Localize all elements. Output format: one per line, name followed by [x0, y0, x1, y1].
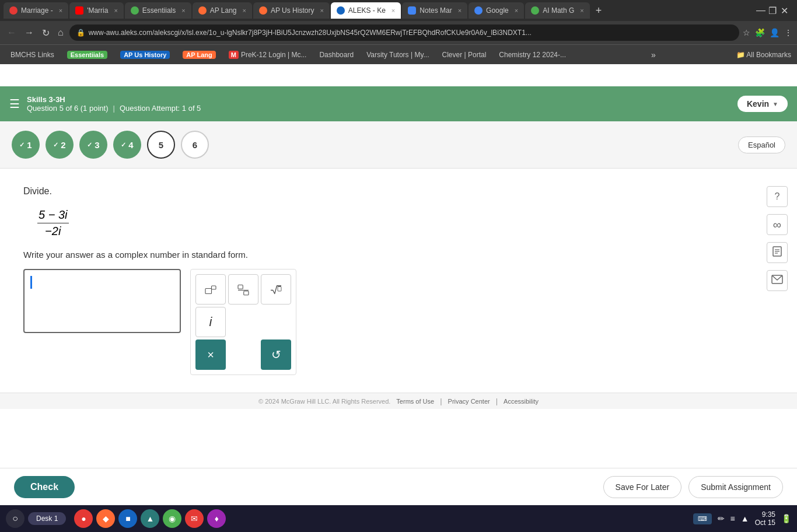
bookmark-aplang[interactable]: AP Lang: [178, 49, 220, 61]
question-3-button[interactable]: ✓ 3: [79, 131, 107, 159]
question-6-button[interactable]: 6: [181, 131, 209, 159]
tab-aimath-close[interactable]: ×: [580, 7, 583, 14]
new-tab-button[interactable]: +: [591, 5, 607, 17]
bookmark-prek[interactable]: M PreK-12 Login | Mc...: [224, 49, 312, 61]
mail-icon: [771, 275, 783, 286]
fraction-button[interactable]: [228, 274, 258, 304]
tab-essentials-icon: [131, 6, 139, 15]
taskbar-chrome-icon[interactable]: ●: [74, 509, 93, 528]
taskbar-date: Oct 15: [755, 519, 775, 527]
tab-aplang-close[interactable]: ×: [242, 7, 246, 14]
tab-apus[interactable]: AP Us History ×: [253, 2, 330, 19]
profile-icon[interactable]: 👤: [770, 28, 779, 37]
bookmark-essentials[interactable]: Essentiials: [62, 49, 112, 61]
tab-essentials-close[interactable]: ×: [181, 7, 185, 14]
taskbar-right: ⌨ ✏ ≡ ▲ 9:35 Oct 15 🔋: [693, 510, 791, 527]
reload-button[interactable]: ↻: [40, 25, 52, 41]
clear-button[interactable]: ×: [195, 340, 226, 370]
bookmark-chemistry[interactable]: Chemistry 12 2024-...: [494, 49, 571, 61]
submit-assignment-button[interactable]: Submit Assignment: [688, 476, 783, 498]
maximize-button[interactable]: ❐: [768, 5, 777, 16]
bookmark-bmchs[interactable]: BMCHS Links: [6, 49, 59, 61]
taskbar-pen-icon[interactable]: ✏: [718, 514, 725, 523]
check-button[interactable]: Check: [14, 476, 75, 498]
address-bar[interactable]: 🔒 www-awu.aleks.com/alekscgi/x/lsl.exe/1…: [69, 24, 739, 41]
espanol-button[interactable]: Español: [738, 136, 785, 153]
bookmark-star-icon[interactable]: ☆: [743, 28, 750, 37]
tab-apus-icon: [259, 6, 267, 15]
tab-google[interactable]: Google ×: [469, 2, 524, 19]
bookmarks-more-button[interactable]: »: [651, 50, 656, 60]
answer-input-box[interactable]: [23, 269, 181, 333]
user-menu-button[interactable]: Kevin ▼: [737, 96, 788, 112]
tab-aimath-icon: [531, 6, 539, 15]
home-button[interactable]: ⌂: [55, 25, 66, 40]
launcher-icon: ○: [12, 513, 18, 524]
tab-marriage[interactable]: Marriage - ×: [4, 2, 68, 19]
taskbar-app7-icon[interactable]: ♦: [207, 509, 226, 528]
problem-instruction: Divide.: [23, 186, 774, 197]
footer-privacy[interactable]: Privacy Center: [448, 398, 490, 405]
undo-button[interactable]: ↺: [261, 340, 291, 370]
tab-aleks[interactable]: ALEKS - Ke ×: [331, 2, 401, 19]
tab-aleks-close[interactable]: ×: [391, 7, 395, 14]
sqrt-button[interactable]: [261, 274, 291, 304]
taskbar-list-icon[interactable]: ≡: [730, 514, 735, 523]
more-icon[interactable]: ⋮: [784, 28, 792, 37]
empty-cell-3: [228, 340, 258, 370]
tab-youtube-close[interactable]: ×: [114, 7, 117, 14]
tab-youtube[interactable]: 'Marria ×: [69, 2, 124, 19]
app2-label: ◆: [103, 514, 109, 523]
tab-aplang[interactable]: AP Lang ×: [193, 2, 252, 19]
svg-rect-6: [212, 286, 216, 289]
taskbar-app4-icon[interactable]: ▲: [141, 509, 159, 528]
question-5-button[interactable]: 5: [147, 131, 175, 159]
mail-button[interactable]: [767, 270, 788, 291]
question-1-button[interactable]: ✓ 1: [12, 131, 40, 159]
extensions-icon[interactable]: 🧩: [755, 28, 765, 37]
notepad-button[interactable]: [767, 242, 788, 263]
question-4-button[interactable]: ✓ 4: [113, 131, 141, 159]
taskbar-app6-icon[interactable]: ✉: [185, 509, 204, 528]
tab-marriage-close[interactable]: ×: [59, 7, 62, 14]
tab-aimath[interactable]: AI Math G ×: [525, 2, 589, 19]
app5-label: ◉: [169, 514, 176, 523]
taskbar-app5-icon[interactable]: ◉: [163, 509, 181, 528]
bookmark-varsity[interactable]: Varsity Tutors | My...: [362, 49, 434, 61]
empty-cell: [228, 307, 258, 337]
tab-notes[interactable]: Notes Mar ×: [402, 2, 467, 19]
question-2-button[interactable]: ✓ 2: [46, 131, 74, 159]
bookmark-apus[interactable]: AP Us History: [116, 49, 174, 61]
taskbar-app3-icon[interactable]: ■: [118, 509, 137, 528]
forward-button[interactable]: →: [22, 25, 36, 40]
all-bookmarks[interactable]: 📁 All Bookmarks: [736, 51, 791, 59]
desk-1-button[interactable]: Desk 1: [28, 512, 66, 525]
tab-notes-close[interactable]: ×: [458, 7, 462, 14]
infinity-button[interactable]: ∞: [767, 214, 788, 235]
bookmark-dashboard[interactable]: Dashboard: [314, 49, 358, 61]
imaginary-i-button[interactable]: i: [195, 307, 226, 337]
launcher-button[interactable]: ○: [6, 509, 25, 528]
close-button[interactable]: ✕: [779, 5, 789, 16]
user-chevron-icon: ▼: [772, 101, 778, 107]
hamburger-menu[interactable]: ☰: [9, 97, 20, 111]
right-actions: Save For Later Submit Assignment: [603, 476, 783, 498]
superscript-button[interactable]: [195, 274, 226, 304]
footer-accessibility[interactable]: Accessibility: [504, 398, 539, 405]
check-1-icon: ✓: [19, 141, 25, 149]
tab-apus-close[interactable]: ×: [320, 7, 323, 14]
help-button[interactable]: ?: [767, 186, 788, 207]
question-3-label: 3: [95, 140, 99, 150]
footer-terms[interactable]: Terms of Use: [396, 398, 434, 405]
back-button[interactable]: ←: [5, 25, 19, 40]
tab-apus-label: AP Us History: [271, 6, 314, 15]
save-later-button[interactable]: Save For Later: [603, 476, 682, 498]
header-question-info: Question 5 of 6 (1 point): [27, 104, 108, 113]
minimize-button[interactable]: —: [756, 5, 765, 16]
tab-google-close[interactable]: ×: [515, 7, 518, 14]
nav-icons: ☆ 🧩 👤 ⋮: [743, 28, 792, 37]
bookmark-clever[interactable]: Clever | Portal: [438, 49, 491, 61]
tab-essentials[interactable]: Essentiials ×: [125, 2, 191, 19]
tab-marriage-label: Marriage -: [21, 6, 53, 15]
taskbar-app2-icon[interactable]: ◆: [96, 509, 115, 528]
